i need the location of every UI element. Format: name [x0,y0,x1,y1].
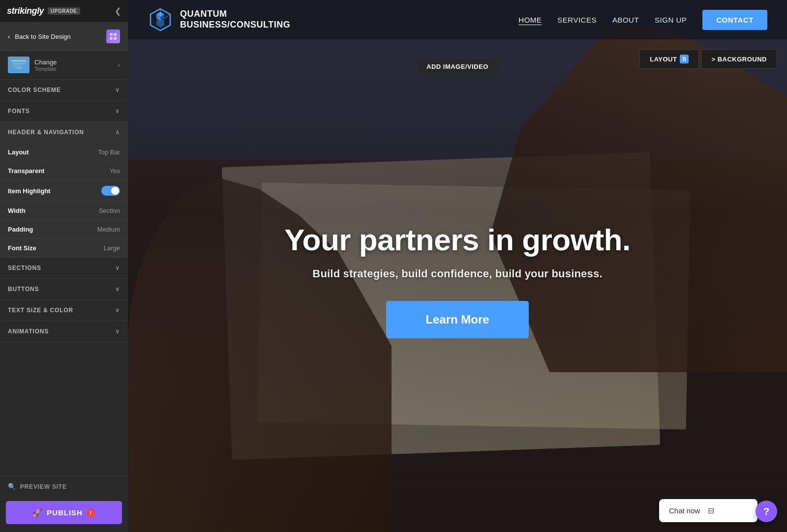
layout-label: LAYOUT [650,56,677,63]
strikingly-logo: strikingly [7,6,44,16]
nav-contact-button[interactable]: CONTACT [702,10,767,30]
main-area: QUANTUM BUSINESS/CONSULTING HOME SERVICE… [128,0,787,532]
collapse-icon[interactable]: ❮ [115,6,121,16]
publish-warning-badge: ! [87,508,95,517]
svg-rect-0 [110,33,113,36]
hero-cta-button[interactable]: Learn More [386,301,528,338]
back-to-site-button[interactable]: ‹ Back to Site Design [0,23,128,51]
svg-rect-1 [114,33,117,36]
sidebar-topbar: strikingly UPGRADE ❮ [0,0,128,23]
buttons-section[interactable]: BUTTONS ∨ [0,279,128,300]
site-logo-area: QUANTUM BUSINESS/CONSULTING [148,7,290,32]
fonts-label: FONTS [8,108,30,115]
add-media-button[interactable]: ADD IMAGE/VIDEO [418,59,497,74]
sidebar-bottom: 🔍 PREVIEW SITE 🚀 PUBLISH ! [0,475,128,532]
font-size-row[interactable]: Font Size Large [0,239,128,258]
site-nav: HOME SERVICES ABOUT SIGN UP CONTACT [518,10,767,30]
layout-row-label: Layout [8,148,29,156]
animations-label: ANIMATIONS [8,328,49,335]
nav-item-home[interactable]: HOME [518,16,542,24]
svg-rect-6 [12,65,21,66]
width-row-value: Section [99,207,120,214]
chevron-right-icon: › [118,61,120,69]
width-row[interactable]: Width Section [0,202,128,220]
svg-line-15 [164,14,170,19]
animations-chevron: ∨ [115,328,120,335]
template-name-label: Template [34,66,113,72]
layout-row[interactable]: Layout Top Bar [0,143,128,162]
padding-row[interactable]: Padding Medium [0,220,128,239]
buttons-label: BUTTONS [8,286,39,293]
nav-item-signup[interactable]: SIGN UP [655,16,687,24]
chat-widget: Chat now ⊟ [659,499,757,522]
publish-label: PUBLISH [47,508,83,517]
sidebar: strikingly UPGRADE ❮ ‹ Back to Site Desi… [0,0,128,532]
back-arrow-icon: ‹ [8,33,10,40]
background-button[interactable]: > BACKGROUND [701,49,777,69]
sections-chevron: ∨ [115,265,120,271]
width-row-label: Width [8,207,26,214]
website-header: QUANTUM BUSINESS/CONSULTING HOME SERVICE… [128,0,787,39]
header-nav-section[interactable]: HEADER & NAVIGATION ∧ [0,122,128,143]
back-icon-img [106,30,120,43]
text-size-color-section[interactable]: TEXT SIZE & COLOR ∨ [0,300,128,321]
svg-rect-2 [110,37,113,40]
svg-rect-3 [114,37,117,40]
hero-subheadline: Build strategies, build confidence, buil… [284,267,630,280]
chat-label: Chat now [669,506,700,515]
color-scheme-label: COLOR SCHEME [8,87,61,93]
color-scheme-chevron: ∨ [115,87,120,93]
header-nav-label: HEADER & NAVIGATION [8,129,84,136]
animations-section[interactable]: ANIMATIONS ∨ [0,321,128,342]
sections-section[interactable]: SECTIONS ∨ [0,258,128,279]
add-media-label: ADD IMAGE/VIDEO [426,63,488,70]
item-highlight-toggle-wrap [101,186,120,196]
change-template-row[interactable]: Change Template › [0,51,128,80]
svg-rect-7 [15,67,22,69]
font-size-row-value: Large [104,244,120,252]
publish-button[interactable]: 🚀 PUBLISH ! [6,501,122,524]
item-highlight-row[interactable]: Item Highlight [0,180,128,202]
svg-rect-5 [12,63,25,64]
item-highlight-label: Item Highlight [8,187,51,195]
sections-label: SECTIONS [8,265,41,271]
hero-content: Your partners in growth. Build strategie… [265,223,650,338]
background-label: > BACKGROUND [711,56,767,63]
back-to-site-label: Back to Site Design [15,33,70,40]
chat-minimize-icon[interactable]: ⊟ [708,506,714,515]
header-nav-chevron: ∧ [115,129,120,136]
template-text: Change Template [34,59,113,72]
transparent-row[interactable]: Transparent Yes [0,162,128,180]
search-icon: 🔍 [8,483,16,490]
preview-site-label: PREVIEW SITE [20,483,67,490]
hero-section: QUANTUM BUSINESS/CONSULTING HOME SERVICE… [128,0,787,532]
rocket-icon: 🚀 [32,508,43,517]
buttons-chevron: ∨ [115,286,120,293]
transparent-row-label: Transparent [8,167,44,175]
color-scheme-section[interactable]: COLOR SCHEME ∨ [0,80,128,101]
site-name: QUANTUM BUSINESS/CONSULTING [180,9,290,30]
overlay-toolbar: LAYOUT B > BACKGROUND [639,49,777,69]
sidebar-topbar-left: strikingly UPGRADE [7,6,80,16]
template-thumbnail [8,57,30,73]
font-size-row-label: Font Size [8,244,36,252]
upgrade-badge[interactable]: UPGRADE [48,7,80,15]
fonts-chevron: ∨ [115,108,120,115]
layout-badge: B [680,55,689,63]
text-size-color-label: TEXT SIZE & COLOR [8,307,73,314]
preview-site-button[interactable]: 🔍 PREVIEW SITE [0,476,128,497]
hero-headline: Your partners in growth. [284,223,630,257]
layout-button[interactable]: LAYOUT B [639,49,699,69]
svg-rect-4 [11,60,26,62]
help-button[interactable]: ? [756,501,777,522]
item-highlight-toggle[interactable] [101,186,120,196]
site-logo-svg [148,7,173,32]
nav-item-about[interactable]: ABOUT [612,16,639,24]
padding-row-label: Padding [8,226,33,233]
nav-item-services[interactable]: SERVICES [557,16,597,24]
fonts-section[interactable]: FONTS ∨ [0,101,128,122]
text-size-color-chevron: ∨ [115,307,120,314]
layout-row-value: Top Bar [98,148,120,156]
transparent-row-value: Yes [110,167,120,175]
template-change-label: Change [34,59,113,66]
